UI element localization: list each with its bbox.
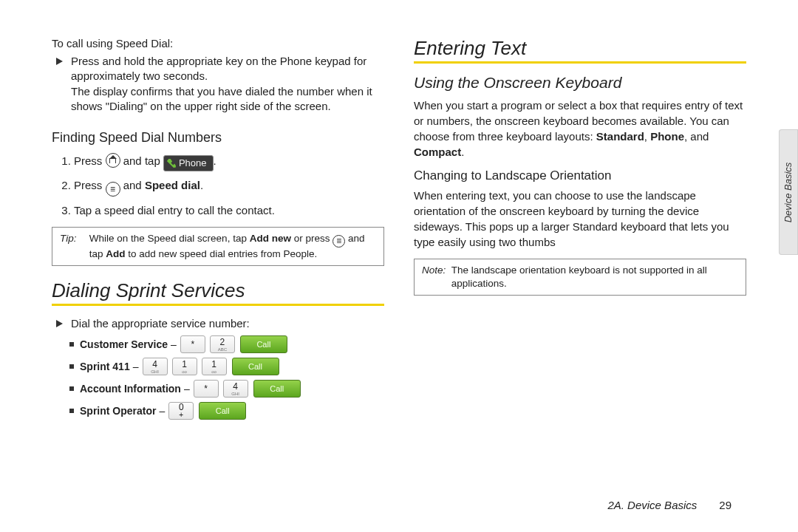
finding-steps: Press and tap Phone. Press and Speed dia… <box>52 153 384 218</box>
keypad-key-4: 4GHI <box>143 358 168 375</box>
tip-b2: Add <box>106 248 125 259</box>
finding-step-1: Press and tap Phone. <box>74 153 384 171</box>
tip-t1: While on the Speed dial screen, tap <box>89 233 250 244</box>
step1-text-c: . <box>214 154 216 167</box>
service-411: Sprint 411 – 4GHI 1oo 1oo Call <box>69 358 384 375</box>
note-body: The landscape orientation keyboard is no… <box>451 264 737 290</box>
tip-box: Tip: While on the Speed dial screen, tap… <box>52 227 384 266</box>
using-para: When you start a program or select a box… <box>414 98 746 160</box>
service-name: Account Information <box>80 383 181 395</box>
using-p1end: . <box>461 146 464 158</box>
phone-app-chip: Phone <box>163 155 214 171</box>
page-footer: 2A. Device Basics 29 <box>607 499 732 511</box>
step2-text-a: Press <box>74 179 106 191</box>
tip-b1: Add new <box>250 233 291 244</box>
service-name: Customer Service <box>80 338 168 350</box>
speed-dial-bullet-line1: Press and hold the appropriate key on th… <box>71 55 366 82</box>
keypad-key-1: 1oo <box>172 358 197 375</box>
step1-text-b: and tap <box>123 154 163 167</box>
footer-section: 2A. Device Basics <box>607 499 697 511</box>
service-customer: Customer Service – * 2ABC Call <box>69 335 384 353</box>
kb-compact: Compact <box>414 146 461 158</box>
landscape-para: When entering text, you can choose to us… <box>414 188 746 250</box>
sep2: , and <box>684 130 709 143</box>
call-button: Call <box>232 358 279 375</box>
sep1: , <box>644 130 650 143</box>
step2-text-b: and <box>123 179 145 191</box>
speed-dial-bullet: Press and hold the appropriate key on th… <box>71 54 384 114</box>
step1-text-a: Press <box>74 154 106 167</box>
side-tab-label: Device Basics <box>783 162 794 222</box>
finding-heading: Finding Speed Dial Numbers <box>52 130 384 146</box>
call-button: Call <box>199 402 246 420</box>
menu-icon <box>332 235 345 248</box>
speed-dial-bullet-line2: The display confirms that you have diale… <box>71 85 372 112</box>
phone-chip-label: Phone <box>179 157 207 170</box>
call-button: Call <box>240 335 287 353</box>
using-heading: Using the Onscreen Keyboard <box>414 74 746 92</box>
step2-bold: Speed dial <box>145 179 200 191</box>
dash: – <box>133 361 139 372</box>
entering-heading: Entering Text <box>414 37 746 60</box>
service-operator: Sprint Operator – 0+ Call <box>69 402 384 420</box>
section-rule <box>52 304 384 306</box>
dash: – <box>159 405 165 417</box>
section-rule <box>414 61 746 64</box>
keypad-key-4: 4GHI <box>223 380 248 398</box>
service-name: Sprint 411 <box>80 361 130 372</box>
dialing-heading: Dialing Sprint Services <box>52 279 384 302</box>
tip-t2: or press <box>291 233 332 244</box>
right-column: Entering Text Using the Onscreen Keyboar… <box>414 37 746 495</box>
keypad-key-0: 0+ <box>168 402 194 420</box>
keypad-key-star: * <box>194 380 219 398</box>
side-tab: Device Basics <box>779 129 798 255</box>
step2-text-c: . <box>200 179 203 191</box>
service-name: Sprint Operator <box>80 405 156 417</box>
keypad-key-star: * <box>180 335 205 353</box>
home-icon <box>106 153 120 168</box>
kb-standard: Standard <box>596 130 644 143</box>
tip-body: While on the Speed dial screen, tap Add … <box>89 232 375 261</box>
left-column: To call using Speed Dial: Press and hold… <box>52 37 384 495</box>
menu-icon <box>106 182 120 197</box>
note-label: Note: <box>422 264 449 277</box>
dash: – <box>171 338 177 350</box>
landscape-heading: Changing to Landscape Orientation <box>414 168 746 183</box>
footer-page-number: 29 <box>719 499 732 511</box>
finding-step-3: Tap a speed dial entry to call the conta… <box>74 202 384 218</box>
dash: – <box>184 383 190 395</box>
tip-label: Tip: <box>60 232 86 245</box>
finding-step-2: Press and Speed dial. <box>74 177 384 197</box>
note-box: Note: The landscape orientation keyboard… <box>414 259 746 296</box>
speed-dial-intro: To call using Speed Dial: <box>52 37 384 50</box>
keypad-key-1: 1oo <box>202 358 227 375</box>
kb-phone: Phone <box>650 130 684 143</box>
call-button: Call <box>253 380 301 398</box>
keypad-key-2: 2ABC <box>210 335 235 353</box>
tip-t4: to add new speed dial entries from Peopl… <box>126 248 318 259</box>
dial-intro: Dial the appropriate service number: <box>71 316 384 331</box>
phone-handset-icon <box>167 159 176 168</box>
service-account: Account Information – * 4GHI Call <box>69 380 384 398</box>
